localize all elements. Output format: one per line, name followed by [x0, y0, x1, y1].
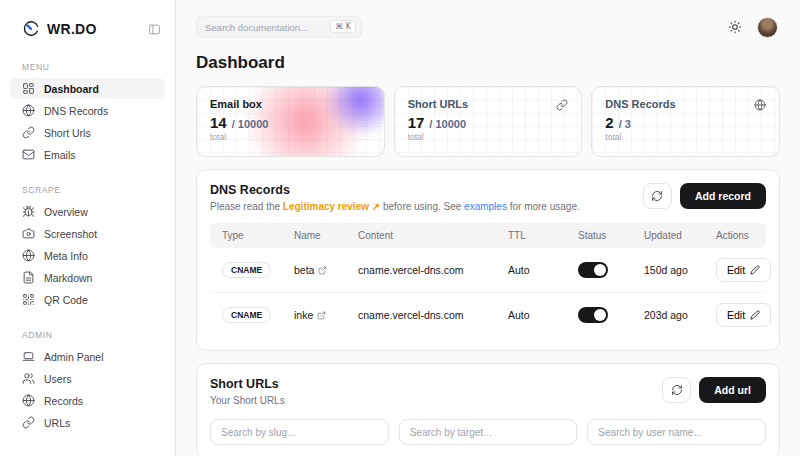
sidebar-item-emails[interactable]: Emails [10, 144, 165, 165]
table-row: CNAME inke cname.vercel-dns.com Auto 203… [210, 293, 766, 337]
stat-limit: / 10000 [429, 118, 466, 130]
subtitle-text: before using. See [380, 201, 464, 212]
link-icon [22, 416, 35, 429]
pencil-icon [750, 265, 760, 275]
qr-code-icon [22, 293, 35, 306]
sidebar-item-label: Short Urls [44, 127, 91, 139]
dns-panel-title: DNS Records [210, 183, 580, 197]
examples-link[interactable]: examples [464, 201, 507, 212]
short-urls-filters [210, 419, 766, 445]
column-header: Type [222, 230, 294, 241]
stat-limit: / 10000 [232, 118, 269, 130]
refresh-icon [671, 384, 683, 396]
sidebar-item-records[interactable]: Records [10, 390, 165, 411]
dns-records-panel: DNS Records Please read the Legitimacy r… [196, 169, 780, 351]
stat-card-dns-records[interactable]: DNS Records 2 / 3 total [591, 86, 780, 157]
column-header: Name [294, 230, 358, 241]
refresh-button[interactable] [643, 183, 672, 209]
sidebar-item-label: Admin Panel [44, 351, 104, 363]
add-url-button[interactable]: Add url [699, 377, 766, 403]
table-row: CNAME beta cname.vercel-dns.com Auto 150… [210, 248, 766, 293]
toggle-knob [594, 264, 606, 276]
camera-icon [22, 227, 35, 240]
stat-title: DNS Records [605, 98, 766, 110]
sidebar-item-overview[interactable]: Overview [10, 201, 165, 222]
sidebar-item-label: Markdown [44, 272, 92, 284]
laptop-icon [22, 350, 35, 363]
sidebar-item-label: Users [44, 373, 71, 385]
record-updated: 203d ago [644, 309, 716, 321]
external-link-icon [317, 311, 326, 320]
legitimacy-review-link[interactable]: Legitimacy review ↗ [283, 201, 380, 212]
sidebar-item-screenshot[interactable]: Screenshot [10, 223, 165, 244]
sidebar-item-label: Screenshot [44, 228, 97, 240]
pencil-icon [750, 310, 760, 320]
record-name: beta [294, 264, 314, 276]
globe-icon [22, 104, 35, 117]
sidebar-item-admin-panel[interactable]: Admin Panel [10, 346, 165, 367]
sidebar-item-dashboard[interactable]: Dashboard [10, 78, 165, 99]
stat-value: 14 [210, 114, 227, 131]
subtitle-text: Please read the [210, 201, 283, 212]
sidebar-collapse-button[interactable] [148, 23, 161, 36]
stat-caption: total [605, 132, 766, 142]
subtitle-text: for more usage. [507, 201, 580, 212]
record-type-badge: CNAME [222, 307, 271, 323]
sidebar-item-label: Meta Info [44, 250, 88, 262]
dns-panel-subtitle: Please read the Legitimacy review ↗ befo… [210, 201, 580, 212]
globe-icon [22, 394, 35, 407]
record-content: cname.vercel-dns.com [358, 264, 508, 276]
sidebar-item-label: Records [44, 395, 83, 407]
search-by-slug-input[interactable] [210, 419, 389, 445]
refresh-button[interactable] [662, 377, 691, 403]
stat-card-email-box[interactable]: Email box 14 / 10000 total [196, 86, 385, 157]
sidebar-item-qr-code[interactable]: QR Code [10, 289, 165, 310]
stat-value: 17 [408, 114, 425, 131]
stat-card-short-urls[interactable]: Short URLs 17 / 10000 total [394, 86, 583, 157]
brand: WR.DO [0, 0, 175, 38]
sidebar-item-markdown[interactable]: Markdown [10, 267, 165, 288]
edit-label: Edit [727, 309, 745, 321]
sidebar-item-label: DNS Records [44, 105, 108, 117]
record-ttl: Auto [508, 309, 578, 321]
sidebar-item-short-urls[interactable]: Short Urls [10, 122, 165, 143]
sidebar-item-label: Overview [44, 206, 88, 218]
stat-limit: / 3 [619, 118, 631, 130]
sidebar-item-urls[interactable]: URLs [10, 412, 165, 433]
short-urls-subtitle: Your Short URLs [210, 395, 285, 406]
toggle-knob [594, 309, 606, 321]
search-input[interactable]: Search documentation... ⌘ K [196, 16, 362, 38]
add-record-button[interactable]: Add record [680, 183, 766, 209]
theme-toggle[interactable] [728, 20, 742, 34]
short-urls-panel: Short URLs Your Short URLs Add url [196, 363, 780, 456]
edit-button[interactable]: Edit [716, 303, 771, 327]
dns-table: Type Name Content TTL Status Updated Act… [210, 223, 766, 337]
sidebar-item-dns-records[interactable]: DNS Records [10, 100, 165, 121]
status-toggle[interactable] [578, 307, 608, 323]
search-by-user-name-input[interactable] [587, 419, 766, 445]
panel-left-icon [148, 23, 161, 36]
record-type-badge: CNAME [222, 262, 271, 278]
search-by-target-input[interactable] [399, 419, 578, 445]
dns-table-header: Type Name Content TTL Status Updated Act… [210, 223, 766, 248]
gauge-logo-icon [22, 20, 40, 38]
main-content: Search documentation... ⌘ K Dashboard Em… [176, 0, 800, 456]
mail-icon [22, 148, 35, 161]
file-text-icon [22, 271, 35, 284]
edit-button[interactable]: Edit [716, 258, 771, 282]
external-link-icon [318, 266, 327, 275]
record-name-link[interactable]: beta [294, 264, 358, 276]
user-avatar[interactable] [757, 17, 778, 38]
sidebar-item-meta-info[interactable]: Meta Info [10, 245, 165, 266]
globe-icon [22, 249, 35, 262]
record-name-link[interactable]: inke [294, 309, 358, 321]
record-ttl: Auto [508, 264, 578, 276]
sidebar-item-users[interactable]: Users [10, 368, 165, 389]
record-updated: 150d ago [644, 264, 716, 276]
record-name: inke [294, 309, 313, 321]
dashboard-icon [22, 82, 35, 95]
stat-title: Email box [210, 98, 371, 110]
link-icon [22, 126, 35, 139]
status-toggle[interactable] [578, 262, 608, 278]
column-header: Status [578, 230, 644, 241]
